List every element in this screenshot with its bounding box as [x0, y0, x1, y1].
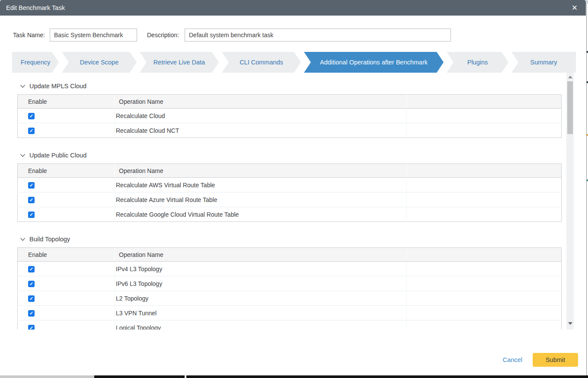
enable-checkbox[interactable]: ✓ [28, 128, 35, 134]
blank-cell [407, 276, 562, 291]
scrollbar-thumb[interactable] [567, 81, 573, 134]
enable-checkbox[interactable]: ✓ [28, 325, 35, 330]
enable-checkbox[interactable]: ✓ [28, 295, 35, 302]
check-icon: ✓ [29, 267, 33, 272]
operations-table: Enable Operation Name ✓ IPv4 L3 Topology… [17, 247, 562, 330]
operation-name: Recalculate Cloud NCT [115, 123, 407, 138]
section-toggle[interactable]: Update Public Cloud [17, 151, 561, 160]
tab-label: Frequency [21, 59, 51, 66]
check-icon: ✓ [29, 282, 33, 286]
operation-name: L3 VPN Tunnel [115, 306, 407, 320]
enable-checkbox[interactable]: ✓ [28, 281, 35, 287]
description-field[interactable] [185, 29, 451, 42]
blank-cell [407, 178, 562, 192]
blank-cell [407, 291, 562, 306]
check-icon: ✓ [29, 183, 33, 188]
tab-plugins[interactable]: Plugins [447, 52, 508, 73]
table-header-row: Enable Operation Name [18, 95, 562, 109]
table-header-row: Enable Operation Name [18, 248, 562, 262]
chevron-down-icon [20, 237, 26, 241]
column-header-blank [407, 95, 562, 109]
check-icon: ✓ [29, 326, 33, 330]
operations-table: Enable Operation Name ✓ Recalculate AWS … [17, 163, 562, 222]
scroll-up-icon[interactable] [566, 74, 574, 80]
column-header-operation-name: Operation Name [115, 95, 407, 109]
enable-checkbox[interactable]: ✓ [28, 113, 35, 119]
tab-cli-commands[interactable]: CLI Commands [222, 52, 301, 73]
tab-summary[interactable]: Summary [511, 52, 576, 73]
tab-retrieve-live-data[interactable]: Retrieve Live Data [140, 52, 219, 73]
operations-table: Enable Operation Name ✓ Recalculate Clou… [17, 94, 562, 138]
blank-cell [407, 123, 562, 138]
background-page-bottom-edge [0, 375, 588, 378]
dialog-titlebar: Edit Benchmark Task × [0, 0, 586, 16]
close-icon[interactable]: × [569, 0, 581, 16]
column-header-enable: Enable [18, 248, 115, 262]
operation-section: Build Topology Enable Operation Name ✓ I… [17, 234, 561, 330]
blank-cell [407, 320, 562, 330]
task-form-row: Task Name: Description: [0, 29, 586, 42]
task-name-label: Task Name: [13, 29, 45, 42]
check-icon: ✓ [29, 212, 33, 217]
operation-row: ✓ L3 VPN Tunnel [18, 306, 562, 320]
enable-checkbox[interactable]: ✓ [28, 182, 35, 189]
task-name-field[interactable] [50, 29, 137, 42]
blank-cell [407, 109, 562, 123]
column-header-operation-name: Operation Name [115, 164, 407, 178]
blank-cell [407, 192, 562, 207]
tab-additional-operations-after-benchmark[interactable]: Additional Operations after Benchmark [304, 52, 444, 73]
blank-cell [407, 207, 562, 222]
operation-section: Update MPLS Cloud Enable Operation Name … [17, 81, 561, 138]
tab-device-scope[interactable]: Device Scope [62, 52, 137, 73]
section-title: Build Topology [29, 236, 70, 243]
tab-label: CLI Commands [240, 59, 283, 66]
operation-name: Logical Topology [115, 320, 407, 330]
operation-name: Recalculate AWS Virtual Route Table [115, 178, 407, 192]
operation-row: ✓ Recalculate Cloud [18, 109, 562, 123]
section-title: Update Public Cloud [29, 152, 86, 159]
operation-row: ✓ Recalculate AWS Virtual Route Table [18, 178, 562, 192]
submit-button[interactable]: Submit [533, 353, 578, 367]
wizard-tabs: FrequencyDevice ScopeRetrieve Live DataC… [12, 52, 576, 73]
column-header-blank [407, 164, 562, 178]
operation-name: Recalculate Google Cloud Virtual Route T… [115, 207, 407, 222]
tab-label: Retrieve Live Data [153, 59, 205, 66]
enable-checkbox[interactable]: ✓ [28, 197, 35, 203]
operation-name: IPv6 L3 Topology [115, 276, 407, 291]
check-icon: ✓ [29, 198, 33, 202]
vertical-scrollbar[interactable] [566, 73, 574, 330]
operation-row: ✓ IPv6 L3 Topology [18, 276, 562, 291]
operation-name: Recalculate Cloud [115, 109, 407, 123]
operation-row: ✓ L2 Topology [18, 291, 562, 306]
section-toggle[interactable]: Update MPLS Cloud [17, 81, 561, 91]
operation-row: ✓ Recalculate Azure Virtual Route Table [18, 192, 562, 207]
screen: Edit Benchmark Task × Task Name: Descrip… [0, 0, 588, 378]
blank-cell [407, 306, 562, 320]
enable-checkbox[interactable]: ✓ [28, 211, 35, 218]
operation-section: Update Public Cloud Enable Operation Nam… [17, 151, 561, 222]
enable-checkbox[interactable]: ✓ [28, 266, 35, 272]
table-header-row: Enable Operation Name [18, 164, 562, 178]
check-icon: ✓ [29, 311, 33, 316]
edit-benchmark-task-dialog: Edit Benchmark Task × Task Name: Descrip… [0, 0, 586, 375]
operation-row: ✓ IPv4 L3 Topology [18, 262, 562, 276]
chevron-down-icon [20, 154, 26, 157]
operation-row: ✓ Recalculate Google Cloud Virtual Route… [18, 207, 562, 222]
tab-label: Plugins [467, 59, 488, 66]
operation-row: ✓ Logical Topology [18, 320, 562, 330]
cancel-button[interactable]: Cancel [503, 356, 522, 363]
operation-name: L2 Topology [115, 291, 407, 306]
enable-checkbox[interactable]: ✓ [28, 310, 35, 317]
dialog-footer: Cancel Submit [0, 353, 578, 367]
check-icon: ✓ [29, 114, 33, 119]
operation-name: Recalculate Azure Virtual Route Table [115, 192, 407, 207]
tab-frequency[interactable]: Frequency [12, 52, 59, 73]
chevron-down-icon [20, 84, 26, 88]
check-icon: ✓ [29, 296, 33, 301]
scroll-down-icon[interactable] [566, 320, 574, 327]
background-page-right-edge [586, 0, 588, 375]
blank-cell [407, 262, 562, 276]
column-header-operation-name: Operation Name [115, 248, 407, 262]
column-header-enable: Enable [18, 95, 115, 109]
section-toggle[interactable]: Build Topology [17, 234, 561, 244]
